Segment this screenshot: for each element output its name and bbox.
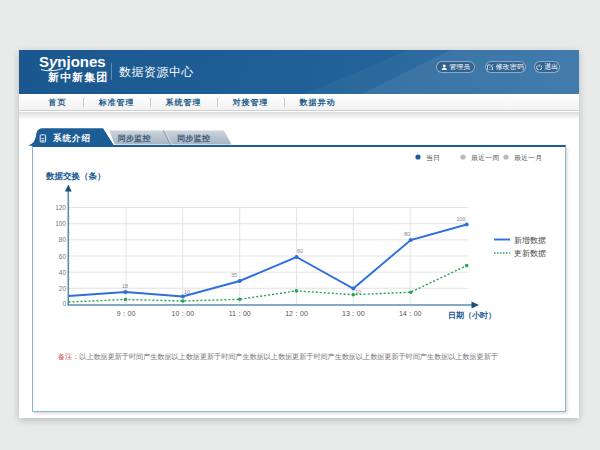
svg-text:80: 80 (404, 231, 410, 237)
svg-text:当日: 当日 (426, 154, 440, 162)
svg-text:新增数据: 新增数据 (514, 236, 546, 245)
svg-text:14：00: 14：00 (399, 310, 422, 317)
svg-text:数据交换（条）: 数据交换（条） (45, 171, 106, 181)
svg-text:更新数据: 更新数据 (514, 249, 546, 258)
svg-text:13：00: 13：00 (342, 310, 365, 317)
svg-text:10：00: 10：00 (172, 310, 195, 317)
svg-text:同步监控: 同步监控 (177, 134, 210, 143)
svg-text:12：00: 12：00 (285, 310, 308, 317)
svg-text:日期（小时）: 日期（小时） (448, 311, 496, 320)
svg-text:同步监控: 同步监控 (118, 134, 151, 143)
svg-text:11：00: 11：00 (229, 310, 251, 317)
svg-text:最近一月: 最近一月 (514, 154, 542, 162)
svg-text:18: 18 (122, 283, 128, 289)
svg-text:100: 100 (55, 220, 66, 227)
svg-text:20: 20 (59, 285, 67, 292)
svg-text:10: 10 (355, 289, 361, 295)
svg-text:系统介绍: 系统介绍 (52, 133, 91, 143)
svg-text:9：00: 9：00 (117, 310, 136, 317)
svg-text:备注：以上数据更新于时间产生数据以上数据更新于时间产生数据以: 备注：以上数据更新于时间产生数据以上数据更新于时间产生数据以上数据更新于时间产生… (58, 352, 498, 361)
svg-text:120: 120 (55, 204, 66, 211)
svg-text:60: 60 (297, 248, 303, 254)
svg-text:最近一周: 最近一周 (471, 154, 499, 161)
svg-text:40: 40 (59, 269, 67, 276)
svg-text:0: 0 (62, 300, 66, 307)
svg-text:80: 80 (59, 236, 67, 243)
svg-text:100: 100 (457, 216, 466, 222)
svg-text:35: 35 (231, 272, 237, 278)
svg-text:60: 60 (59, 253, 67, 260)
svg-text:10: 10 (184, 289, 190, 295)
